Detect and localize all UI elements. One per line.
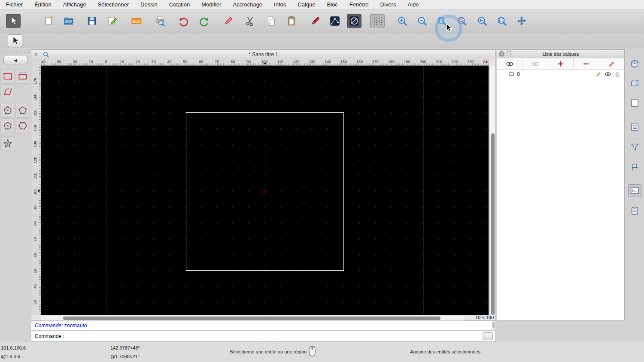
layer-lock-icon[interactable]	[614, 71, 621, 78]
menu-item[interactable]: Bloc	[327, 1, 337, 8]
draw-pen-button[interactable]	[308, 14, 322, 28]
ruler-top-label: 240	[483, 60, 489, 64]
hide-all-layers-button[interactable]	[522, 58, 548, 69]
circle-slash-tile-icon	[349, 15, 360, 27]
drawing-canvas[interactable]	[41, 66, 489, 315]
polygon-vertices-red-tool[interactable]	[15, 118, 30, 133]
ruler-top-label: 150	[340, 60, 347, 64]
menu-item[interactable]: Fichier	[6, 1, 23, 8]
ruler-corner	[31, 59, 41, 66]
undo-button[interactable]	[176, 14, 191, 28]
copy-button[interactable]	[264, 14, 279, 28]
remove-layer-button[interactable]	[574, 58, 599, 69]
ruler-left-label: 120	[33, 157, 37, 163]
pan-arrows-icon	[516, 15, 527, 27]
selection-arrow-button[interactable]	[6, 14, 21, 28]
menu-item[interactable]: Fenêtre	[349, 1, 369, 8]
command-history-scrollbar[interactable]	[492, 321, 495, 330]
delete-entities-button[interactable]	[221, 14, 235, 28]
vertical-scrollbar-thumb[interactable]	[491, 133, 495, 315]
toolbar-drag-handle[interactable]	[0, 49, 30, 55]
zoom-out-button[interactable]	[415, 14, 429, 28]
dock-pen-flag-button[interactable]	[628, 160, 641, 174]
edit-drawing-button[interactable]	[105, 14, 120, 28]
ruler-top-label: 20	[136, 60, 140, 64]
menu-item[interactable]: Calque	[298, 1, 315, 8]
menu-item[interactable]: Dessin	[140, 1, 158, 8]
menu-item[interactable]: Divers	[380, 1, 396, 8]
main-toolbar: SVG	[0, 9, 644, 33]
layer-visible-eye-icon[interactable]	[605, 71, 611, 78]
dock-library-browser-button[interactable]	[628, 97, 641, 110]
menu-item[interactable]: Édition	[34, 1, 52, 8]
save-button[interactable]	[85, 14, 99, 28]
command-history-scrollbar-thumb[interactable]	[492, 322, 495, 329]
reference-point[interactable]	[263, 190, 267, 194]
cube-icon	[630, 59, 640, 69]
ruler-top-label: 120	[293, 60, 299, 64]
ruler-top-label: 130	[309, 60, 315, 64]
layer-row[interactable]: 0	[497, 69, 624, 79]
print-preview-button[interactable]	[152, 14, 167, 28]
menu-item[interactable]: Cotation	[169, 1, 190, 8]
grid-toggle-button[interactable]	[370, 14, 385, 28]
cut-button[interactable]	[243, 14, 258, 28]
zoom-previous-button[interactable]	[475, 14, 489, 28]
command-history-entry: zoomauto	[64, 323, 87, 329]
zoom-in-icon	[397, 15, 408, 27]
svg-export-button[interactable]: SVG	[129, 14, 144, 28]
select-single-button[interactable]	[8, 34, 22, 47]
redo-button[interactable]	[197, 14, 211, 28]
dock-3d-view-button[interactable]	[628, 57, 641, 70]
dock-selection-filter-button[interactable]	[628, 140, 641, 154]
ruler-top-label: 160	[356, 60, 363, 64]
layer-edit-pencil-icon[interactable]	[595, 71, 602, 78]
star-tool[interactable]	[0, 136, 15, 151]
polygon-center-vertex-tool[interactable]	[0, 103, 15, 118]
polygon-center-vertex-icon	[2, 105, 13, 116]
show-all-layers-button[interactable]	[497, 58, 522, 69]
menu-item[interactable]: Infos	[274, 1, 286, 8]
zoom-pan-button[interactable]	[514, 14, 529, 28]
polygon-two-vertices-tool[interactable]	[15, 103, 30, 118]
zoom-window-button[interactable]	[495, 14, 509, 28]
back-tools-button[interactable]: ◀	[3, 56, 27, 64]
rectangle-size-tool[interactable]	[15, 69, 30, 84]
menu-item[interactable]: Aide	[407, 1, 419, 8]
polygon-center-side-tool[interactable]	[0, 118, 15, 133]
absolute-coordinate: 101.6,100.6	[1, 345, 26, 350]
parallelogram-tool[interactable]	[0, 84, 15, 99]
horizontal-scrollbar-thumb[interactable]	[63, 317, 440, 320]
dock-command-line-button[interactable]	[628, 184, 641, 197]
circle-tool-button[interactable]	[347, 14, 361, 28]
command-input[interactable]	[67, 333, 483, 339]
layer-panel-toolbar	[497, 58, 624, 69]
svg-text:SVG: SVG	[133, 20, 140, 24]
vertical-scrollbar[interactable]	[489, 66, 495, 316]
menu-item[interactable]: Sélectionner	[98, 1, 129, 8]
rectangle-corners-tool[interactable]	[0, 69, 15, 84]
zoom-previous-icon	[477, 15, 488, 27]
polyline-tool-button[interactable]	[328, 14, 342, 28]
dock-layer-list-button[interactable]	[628, 121, 641, 134]
paste-button[interactable]	[284, 14, 299, 28]
application-window: FichierÉditionAffichageSélectionnerDessi…	[0, 0, 644, 362]
open-folder-icon	[63, 15, 74, 27]
zoom-in-button[interactable]	[395, 14, 410, 28]
open-file-button[interactable]	[61, 14, 76, 28]
command-options-button[interactable]	[483, 332, 493, 340]
add-layer-button[interactable]	[548, 58, 574, 69]
ruler-left-label: 30	[33, 300, 37, 305]
dock-block-list-button[interactable]	[628, 77, 641, 90]
dock-clipboard-button[interactable]	[628, 204, 641, 217]
new-document-button[interactable]	[42, 14, 56, 28]
rectangle-size-icon	[17, 71, 28, 82]
eye-open-icon	[506, 60, 513, 68]
menu-item[interactable]: Modifier	[201, 1, 221, 8]
edit-layer-button[interactable]	[599, 58, 624, 69]
ruler-left-label: 60	[33, 253, 37, 257]
menu-item[interactable]: Accrochage	[233, 1, 262, 8]
menu-item[interactable]: Affichage	[63, 1, 86, 8]
undo-icon	[178, 15, 189, 27]
plus-icon	[557, 60, 565, 68]
